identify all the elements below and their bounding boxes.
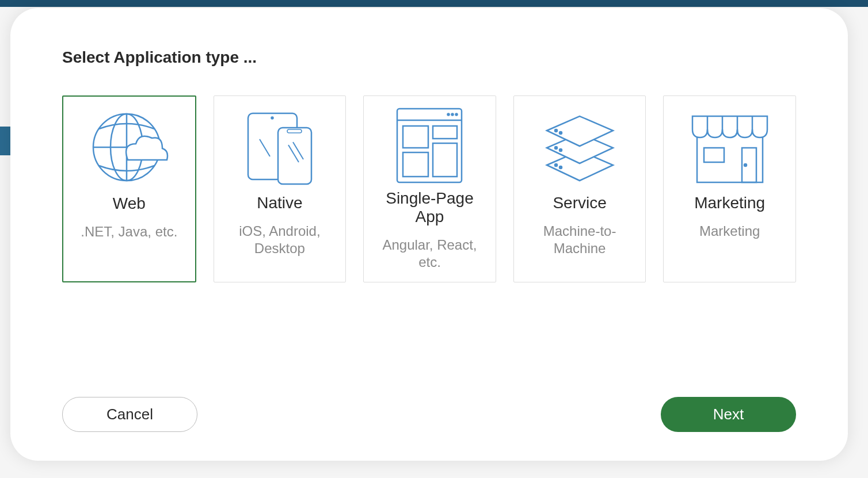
svg-point-13 (447, 114, 449, 116)
card-title: Single-Page App (371, 189, 489, 226)
next-button[interactable]: Next (661, 397, 796, 432)
svg-point-22 (555, 147, 557, 149)
svg-line-8 (260, 139, 270, 156)
card-title: Web (113, 194, 146, 213)
card-title: Marketing (694, 194, 765, 212)
svg-point-21 (559, 166, 562, 169)
cancel-button[interactable]: Cancel (62, 397, 197, 432)
card-subtitle: iOS, Android, Desktop (221, 223, 339, 257)
cards-container: Web .NET, Java, etc. Native iOS, Android… (62, 95, 796, 351)
app-type-card-service[interactable]: Service Machine-to-Machine (513, 95, 646, 282)
card-subtitle: Machine-to-Machine (521, 223, 639, 257)
svg-point-14 (451, 114, 453, 116)
app-type-card-spa[interactable]: Single-Page App Angular, React, etc. (363, 95, 496, 282)
card-title: Native (257, 194, 302, 212)
storefront-icon (671, 105, 789, 190)
svg-point-23 (559, 149, 562, 151)
svg-point-5 (271, 117, 273, 119)
browser-layout-icon (371, 105, 489, 186)
svg-point-15 (455, 114, 457, 116)
svg-rect-16 (403, 126, 428, 148)
app-type-card-web[interactable]: Web .NET, Java, etc. (62, 95, 196, 282)
backdrop-header (0, 0, 868, 7)
card-subtitle: .NET, Java, etc. (81, 223, 177, 240)
application-type-modal: Select Application type ... Web .NET, Ja… (10, 8, 848, 461)
modal-title: Select Application type ... (62, 48, 796, 67)
svg-point-20 (555, 164, 557, 166)
stack-icon (521, 105, 639, 190)
svg-rect-30 (704, 148, 724, 162)
card-subtitle: Marketing (699, 223, 760, 240)
svg-rect-7 (287, 129, 302, 133)
card-subtitle: Angular, React, etc. (371, 236, 489, 271)
card-title: Service (553, 194, 606, 212)
svg-rect-18 (433, 143, 457, 177)
devices-icon (221, 105, 339, 190)
backdrop-nav-tab (0, 127, 12, 155)
svg-rect-17 (433, 126, 457, 139)
svg-rect-19 (403, 152, 428, 177)
buttons-row: Cancel Next (62, 397, 796, 432)
app-type-card-native[interactable]: Native iOS, Android, Desktop (214, 95, 347, 282)
app-type-card-marketing[interactable]: Marketing Marketing (663, 95, 796, 282)
globe-cloud-icon (70, 106, 188, 191)
svg-point-24 (555, 129, 557, 132)
svg-point-25 (559, 132, 562, 134)
svg-point-32 (744, 164, 747, 166)
